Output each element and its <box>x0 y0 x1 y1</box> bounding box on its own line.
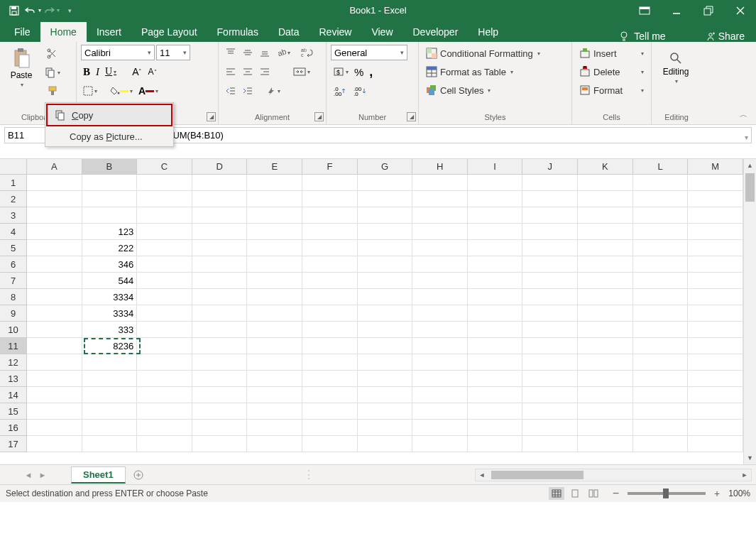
cell[interactable] <box>522 305 578 322</box>
cell[interactable] <box>633 289 689 305</box>
cell[interactable] <box>358 273 413 289</box>
cell[interactable] <box>633 175 689 191</box>
cell[interactable] <box>247 191 302 207</box>
cell[interactable] <box>688 207 743 224</box>
cell[interactable] <box>578 191 633 207</box>
cell[interactable] <box>192 305 248 322</box>
cell[interactable] <box>82 191 138 207</box>
cell[interactable] <box>137 338 192 354</box>
scroll-up-button[interactable]: ▲ <box>744 159 756 172</box>
cell[interactable]: 3334 <box>82 289 138 305</box>
row-header[interactable]: 16 <box>0 420 26 436</box>
vertical-scrollbar[interactable]: ▲ ▼ <box>743 159 756 464</box>
cell[interactable] <box>468 387 523 403</box>
formula-input[interactable]: =SUM(B4:B10) ▾ <box>156 127 752 143</box>
cell[interactable]: 8236 <box>82 338 138 354</box>
alignment-launcher[interactable]: ◢ <box>314 112 324 121</box>
cell[interactable] <box>578 322 633 338</box>
accounting-button[interactable]: $▾ <box>331 64 351 80</box>
cell[interactable] <box>192 371 248 387</box>
cell[interactable] <box>522 436 578 452</box>
expand-formula-button[interactable]: ▾ <box>745 133 748 141</box>
cell[interactable] <box>633 436 689 452</box>
orientation-button[interactable]: ab▾ <box>274 45 292 60</box>
cell[interactable] <box>578 305 633 322</box>
cell[interactable] <box>302 175 358 191</box>
cell[interactable] <box>412 403 468 420</box>
cell[interactable] <box>192 224 248 240</box>
cell[interactable] <box>247 322 302 338</box>
cell[interactable] <box>302 305 358 322</box>
number-format-combo[interactable]: General▾ <box>331 45 407 60</box>
cell[interactable] <box>633 420 689 436</box>
cell[interactable] <box>358 420 413 436</box>
cell[interactable] <box>192 289 248 305</box>
cell[interactable] <box>522 322 578 338</box>
zoom-value[interactable]: 100% <box>728 488 750 498</box>
sheet-tab[interactable]: Sheet1 <box>71 466 126 484</box>
cell[interactable] <box>412 240 468 256</box>
cell[interactable] <box>247 338 302 354</box>
cell[interactable] <box>578 420 633 436</box>
cell[interactable] <box>412 191 468 207</box>
cell[interactable]: 123 <box>82 224 138 240</box>
editing-button[interactable]: Editing ▾ <box>656 45 696 90</box>
cell[interactable] <box>247 175 302 191</box>
bold-button[interactable]: B <box>81 64 92 80</box>
increase-indent-button[interactable] <box>240 83 256 99</box>
page-layout-view-button[interactable] <box>567 487 583 500</box>
cell[interactable] <box>633 207 689 224</box>
cell[interactable] <box>468 403 523 420</box>
cell[interactable] <box>522 224 578 240</box>
tab-page-layout[interactable]: Page Layout <box>131 22 207 42</box>
cell[interactable] <box>688 240 743 256</box>
cell[interactable] <box>192 387 248 403</box>
cell[interactable] <box>633 354 689 371</box>
col-header[interactable]: C <box>137 159 192 174</box>
tab-split[interactable]: ⋮ <box>303 468 319 481</box>
cell[interactable]: 544 <box>82 273 138 289</box>
cell[interactable] <box>137 403 192 420</box>
cell[interactable] <box>412 338 468 354</box>
cell[interactable] <box>412 387 468 403</box>
cell[interactable] <box>82 387 138 403</box>
italic-button[interactable]: I <box>94 64 102 80</box>
decrease-indent-button[interactable] <box>223 83 239 99</box>
cell[interactable] <box>578 273 633 289</box>
number-launcher[interactable]: ◢ <box>407 112 416 121</box>
tab-file[interactable]: File <box>4 22 40 42</box>
cell[interactable] <box>688 224 743 240</box>
cell[interactable] <box>522 387 578 403</box>
cell[interactable] <box>137 322 192 338</box>
cell[interactable] <box>82 403 138 420</box>
cell[interactable] <box>27 322 82 338</box>
cell[interactable] <box>468 289 523 305</box>
cell[interactable] <box>578 387 633 403</box>
cell[interactable] <box>247 354 302 371</box>
cell[interactable] <box>688 436 743 452</box>
cell[interactable] <box>302 273 358 289</box>
cell[interactable] <box>27 175 82 191</box>
cell[interactable] <box>27 224 82 240</box>
cell[interactable] <box>247 371 302 387</box>
align-top-button[interactable] <box>223 45 239 60</box>
cell[interactable] <box>468 224 523 240</box>
decrease-font-button[interactable]: A˅ <box>146 64 158 80</box>
font-color-button[interactable]: A▾ <box>136 83 160 99</box>
cell[interactable] <box>468 191 523 207</box>
cell[interactable] <box>358 256 413 273</box>
collapse-ribbon-button[interactable]: ︿ <box>740 109 747 120</box>
cell[interactable] <box>137 224 192 240</box>
cell[interactable] <box>633 305 689 322</box>
cell[interactable] <box>468 354 523 371</box>
cell[interactable] <box>82 207 138 224</box>
close-button[interactable] <box>724 0 756 21</box>
ribbon-display-button[interactable] <box>628 0 660 21</box>
cell[interactable] <box>137 420 192 436</box>
cell[interactable] <box>468 256 523 273</box>
restore-button[interactable] <box>692 0 724 21</box>
row-header[interactable]: 4 <box>0 224 26 240</box>
row-header[interactable]: 9 <box>0 305 26 322</box>
merge-center-button[interactable]: ▾ <box>291 64 312 80</box>
cell[interactable] <box>468 420 523 436</box>
